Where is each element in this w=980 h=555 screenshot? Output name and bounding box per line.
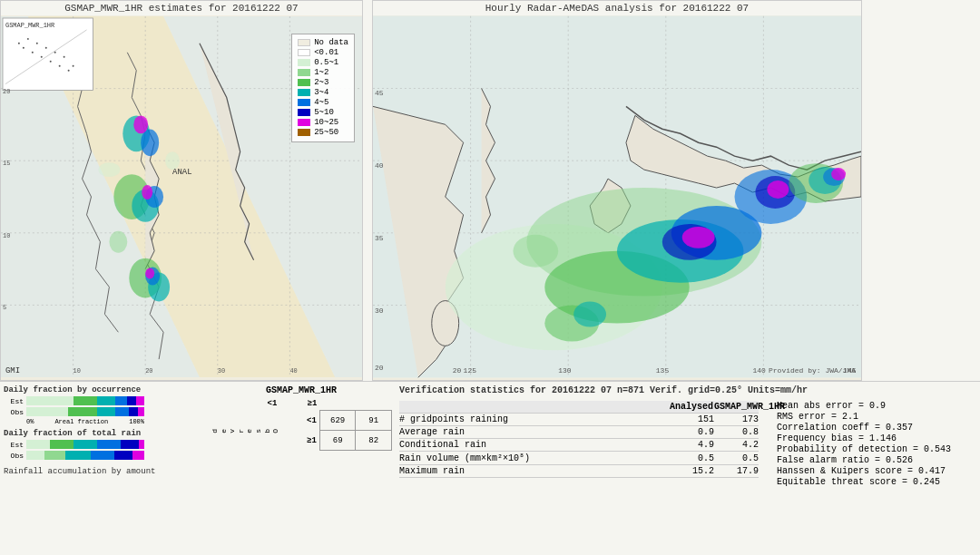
contingency-title: GSMAP_MWR_1HR xyxy=(211,385,392,395)
obs-rain-bar xyxy=(26,451,144,460)
stat-freq-bias: Frequency bias = 1.146 xyxy=(777,433,976,443)
est-rain-bar xyxy=(26,440,144,449)
svg-text:ANAL: ANAL xyxy=(172,168,191,177)
stat-pod: Probability of detection = 0.543 xyxy=(777,444,976,454)
col-header-2: ≥1 xyxy=(294,399,330,408)
row-gridpoints-gsmap: 173 xyxy=(718,414,759,424)
obs-occurrence-bar xyxy=(26,407,144,416)
svg-text:10: 10 xyxy=(3,232,10,239)
color-legend: No data <0.01 0.5~1 1~2 2~3 3~4 4~5 5~10… xyxy=(291,34,355,142)
svg-point-30 xyxy=(32,52,34,54)
svg-text:140: 140 xyxy=(752,366,766,375)
est-label: Est xyxy=(4,397,24,405)
svg-point-39 xyxy=(73,65,74,67)
stat-ets: Equitable threat score = 0.245 xyxy=(777,477,976,487)
row-gridpoints-name: # gridpoints raining xyxy=(399,414,670,424)
cell-lt1-gte1: 91 xyxy=(356,411,392,431)
col-header-gsmap: GSMAP_MWR_1HR xyxy=(714,402,755,412)
svg-text:45: 45 xyxy=(375,89,384,97)
row-avgrain-analysed: 0.9 xyxy=(673,427,714,437)
row-rainvol-name: Rain volume (mm×km²×10⁸) xyxy=(399,453,670,463)
row-rainvol-analysed: 0.5 xyxy=(673,453,714,463)
row-avgrain-name: Average rain xyxy=(399,427,670,437)
svg-text:20: 20 xyxy=(453,366,462,375)
svg-point-27 xyxy=(18,43,20,44)
svg-text:GMI: GMI xyxy=(5,366,20,375)
svg-point-23 xyxy=(109,231,127,253)
svg-text:125: 125 xyxy=(464,366,477,375)
est-occurrence-bar xyxy=(26,396,144,405)
bar-charts-panel: Daily fraction by occurrence Est Obs xyxy=(4,385,203,551)
cell-gte1-lt1: 69 xyxy=(319,431,356,451)
cell-lt1-lt1: 629 xyxy=(319,411,356,431)
svg-text:40: 40 xyxy=(289,367,297,375)
svg-text:130: 130 xyxy=(558,366,572,375)
svg-point-71 xyxy=(767,180,789,199)
svg-point-21 xyxy=(145,268,154,279)
svg-point-22 xyxy=(98,162,120,177)
stat-corr: Correlation coeff = 0.357 xyxy=(777,423,976,433)
svg-text:135: 135 xyxy=(656,366,670,375)
svg-point-28 xyxy=(23,47,24,49)
right-map-title: Hourly Radar-AMeDAS analysis for 2016122… xyxy=(373,1,861,15)
row-condrain-gsmap: 4.2 xyxy=(718,440,759,450)
cell-gte1-gte1: 82 xyxy=(356,431,392,451)
row-gridpoints-analysed: 151 xyxy=(673,414,714,424)
svg-point-76 xyxy=(513,235,558,268)
verification-panel: Verification statistics for 20161222 07 … xyxy=(399,385,976,551)
svg-point-75 xyxy=(831,168,846,180)
svg-text:30: 30 xyxy=(375,307,384,315)
left-map-title: GSMAP_MWR_1HR estimates for 20161222 07 xyxy=(1,1,362,15)
svg-text:GSMAP_MWR_1HR: GSMAP_MWR_1HR xyxy=(5,22,54,29)
svg-point-37 xyxy=(64,56,65,58)
svg-point-38 xyxy=(68,70,70,72)
provided-by-label: Provided by: JWA/JMA xyxy=(769,366,856,375)
contingency-matrix: <1 629 91 ≥1 69 82 xyxy=(284,410,392,451)
verif-table: Analysed GSMAP_MWR_1HR # gridpoints rain… xyxy=(399,401,759,488)
row-maxrain-gsmap: 17.9 xyxy=(718,466,759,476)
axis-start: 0% xyxy=(26,418,34,425)
row-avgrain-gsmap: 0.8 xyxy=(718,427,759,437)
est-rain-label: Est xyxy=(4,441,24,449)
svg-text:20: 20 xyxy=(145,367,152,375)
svg-text:15: 15 xyxy=(3,160,10,167)
rain-title: Daily fraction of total rain xyxy=(4,429,203,438)
row-maxrain-name: Maximum rain xyxy=(399,466,670,476)
svg-text:35: 35 xyxy=(375,234,384,242)
row-condrain-analysed: 4.9 xyxy=(673,440,714,450)
svg-point-13 xyxy=(133,115,148,133)
svg-point-32 xyxy=(41,56,43,58)
verif-title: Verification statistics for 20161222 07 … xyxy=(399,385,976,395)
row-rainvol-gsmap: 0.5 xyxy=(718,453,759,463)
svg-point-68 xyxy=(682,227,715,248)
svg-point-33 xyxy=(45,47,47,49)
svg-point-17 xyxy=(142,185,152,200)
svg-point-12 xyxy=(141,129,159,156)
obs-label: Obs xyxy=(4,408,24,416)
obs-rain-label: Obs xyxy=(4,452,24,460)
obs-vertical-label: Observed xyxy=(211,428,280,433)
svg-point-36 xyxy=(59,65,61,67)
svg-text:20: 20 xyxy=(375,364,384,372)
stat-far: False alarm ratio = 0.526 xyxy=(777,455,976,465)
accumulation-label: Rainfall accumulation by amount xyxy=(4,467,203,476)
svg-text:40: 40 xyxy=(375,161,384,170)
axis-label: Areal fraction xyxy=(54,418,108,425)
verif-stats: Mean abs error = 0.9 RMS error = 2.1 Cor… xyxy=(777,401,976,488)
row-condrain-name: Conditional rain xyxy=(399,440,670,450)
row-maxrain-analysed: 15.2 xyxy=(673,466,714,476)
svg-point-78 xyxy=(573,302,606,327)
stat-mean-abs: Mean abs error = 0.9 xyxy=(777,401,976,411)
col-header-1: <1 xyxy=(254,399,290,408)
svg-point-35 xyxy=(54,52,56,54)
svg-point-31 xyxy=(36,43,38,44)
svg-point-34 xyxy=(50,61,52,63)
col-header-analysed: Analysed xyxy=(670,402,710,412)
svg-text:5: 5 xyxy=(3,304,6,311)
stat-hk: Hanssen & Kuipers score = 0.417 xyxy=(777,466,976,476)
occurrence-title: Daily fraction by occurrence xyxy=(4,385,203,394)
svg-text:10: 10 xyxy=(74,367,81,375)
svg-text:20: 20 xyxy=(3,88,10,95)
axis-end: 100% xyxy=(129,418,144,425)
svg-point-29 xyxy=(27,38,29,40)
